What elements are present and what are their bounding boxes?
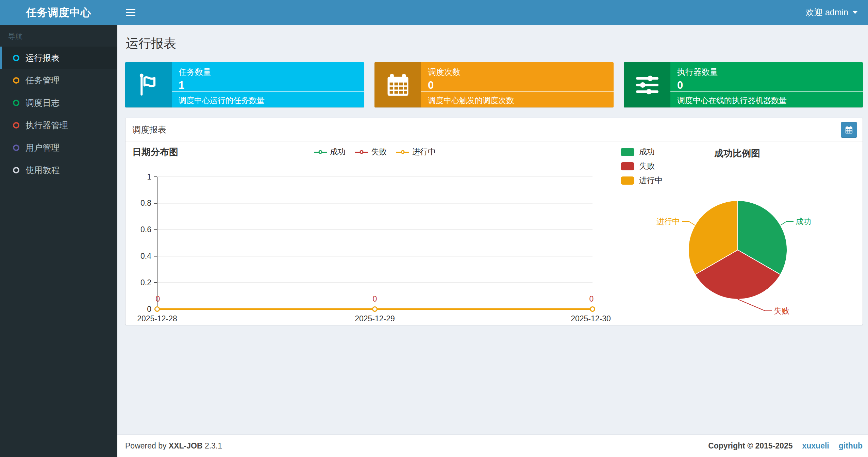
- sidebar-nav-label: 导航: [0, 25, 117, 47]
- point-label: 0: [156, 294, 160, 303]
- legend-label: 失败: [371, 147, 387, 157]
- footer-brand: XXL-JOB: [169, 441, 203, 450]
- x-tick: 2025-12-28: [137, 314, 177, 323]
- line-chart-canvas: 0 0.2 0.4 0.6 0.8 1 2025-12-28 2025-12-2…: [132, 161, 613, 323]
- sliders-icon: [624, 62, 670, 107]
- page-title: 运行报表: [126, 35, 863, 52]
- stat-desc: 调度中心运行的任务数量: [172, 91, 364, 107]
- line-series-icon: [314, 149, 327, 155]
- stat-desc: 调度中心在线的执行器机器数量: [670, 91, 863, 107]
- sidebar-item-job-log[interactable]: 调度日志: [0, 91, 117, 114]
- main-header: 任务调度中心 欢迎 admin: [0, 0, 868, 25]
- calendar-icon: [374, 62, 421, 107]
- footer-powered: Powered by XXL-JOB 2.3.1: [125, 441, 222, 451]
- circle-icon: [13, 167, 19, 173]
- stat-row: 任务数量 1 调度中心运行的任务数量: [125, 62, 863, 107]
- circle-icon: [13, 77, 19, 84]
- stat-value: 1: [179, 79, 357, 91]
- sidebar-toggle-icon[interactable]: [117, 0, 144, 25]
- date-distribution-chart: 日期分布图 成功 失败 进行中: [132, 145, 618, 321]
- sidebar-item-executor-manage[interactable]: 执行器管理: [0, 114, 117, 136]
- sidebar: 导航 运行报表 任务管理 调度日志 执行器管理 用户管理 使用教程: [0, 25, 117, 457]
- sidebar-item-label: 调度日志: [26, 97, 60, 108]
- legend-item-running[interactable]: 进行中: [396, 147, 436, 157]
- sidebar-item-label: 用户管理: [26, 142, 60, 153]
- line-chart-legend: 成功 失败 进行中: [314, 147, 436, 157]
- stat-value: 0: [428, 79, 607, 91]
- sidebar-item-label: 运行报表: [26, 52, 60, 64]
- pie-label-running: 进行中: [656, 217, 680, 226]
- y-tick: 0.6: [140, 225, 151, 234]
- stat-box-executors: 执行器数量 0 调度中心在线的执行器机器数量: [624, 62, 863, 107]
- sidebar-item-label: 任务管理: [26, 75, 60, 86]
- sidebar-item-job-manage[interactable]: 任务管理: [0, 69, 117, 91]
- stat-main: 调度次数 0 调度中心触发的调度次数: [421, 62, 614, 107]
- stat-main: 任务数量 1 调度中心运行的任务数量: [172, 62, 364, 107]
- panel-header: 调度报表: [126, 118, 863, 142]
- line-series-icon: [355, 149, 368, 155]
- sidebar-item-user-manage[interactable]: 用户管理: [0, 136, 117, 159]
- content-area: 运行报表 任务数量 1 调度中心运行的任务数量: [117, 25, 868, 435]
- footer-copyright: Copyright © 2015-2025: [708, 441, 792, 451]
- circle-icon: [13, 145, 19, 151]
- footer-right: Copyright © 2015-2025 xuxueli github: [708, 441, 863, 451]
- sidebar-item-label: 执行器管理: [26, 120, 68, 131]
- point-label: 0: [589, 294, 594, 303]
- footer-version: 2.3.1: [205, 441, 222, 450]
- pie-label-success: 成功: [796, 217, 811, 226]
- y-tick: 0: [147, 305, 151, 314]
- github-link[interactable]: github: [839, 441, 863, 451]
- footer: Powered by XXL-JOB 2.3.1 Copyright © 201…: [117, 435, 868, 457]
- stat-title: 调度次数: [428, 67, 607, 78]
- legend-item-success[interactable]: 成功: [314, 147, 346, 157]
- stat-title: 任务数量: [179, 67, 357, 78]
- circle-icon: [13, 122, 19, 129]
- xuxueli-link[interactable]: xuxueli: [802, 441, 829, 451]
- y-tick: 0.8: [140, 199, 151, 207]
- app-logo[interactable]: 任务调度中心: [0, 0, 117, 25]
- stat-value: 0: [677, 79, 856, 91]
- legend-item-fail[interactable]: 失败: [355, 147, 387, 157]
- pie-chart-canvas: 成功 失败 进行中: [618, 145, 858, 321]
- legend-label: 成功: [330, 147, 346, 157]
- calendar-icon: [845, 125, 853, 134]
- stat-box-jobs: 任务数量 1 调度中心运行的任务数量: [125, 62, 364, 107]
- x-tick: 2025-12-30: [571, 314, 611, 323]
- x-tick: 2025-12-29: [355, 314, 395, 323]
- powered-prefix: Powered by: [125, 441, 166, 450]
- user-menu[interactable]: 欢迎 admin: [796, 0, 868, 25]
- circle-icon: [13, 100, 19, 106]
- report-panel: 调度报表 日期分布图: [125, 118, 863, 325]
- welcome-text: 欢迎 admin: [806, 7, 848, 18]
- pie-label-fail: 失败: [774, 306, 789, 315]
- chevron-down-icon: [852, 11, 858, 14]
- stat-desc: 调度中心触发的调度次数: [421, 91, 614, 107]
- data-point: [155, 307, 160, 311]
- data-point: [373, 307, 377, 311]
- y-tick: 0.4: [140, 252, 151, 260]
- y-tick: 1: [147, 172, 151, 181]
- success-ratio-chart: 成功比例图 成功 失败 进行中: [618, 145, 856, 321]
- legend-label: 进行中: [412, 147, 436, 157]
- stat-main: 执行器数量 0 调度中心在线的执行器机器数量: [670, 62, 863, 107]
- panel-body: 日期分布图 成功 失败 进行中: [126, 142, 863, 325]
- top-navbar: 欢迎 admin: [117, 0, 868, 25]
- date-range-button[interactable]: [841, 122, 857, 138]
- sidebar-item-run-report[interactable]: 运行报表: [0, 47, 117, 69]
- data-point: [590, 307, 595, 311]
- stat-box-triggers: 调度次数 0 调度中心触发的调度次数: [374, 62, 614, 107]
- point-label: 0: [373, 294, 377, 303]
- sidebar-item-tutorial[interactable]: 使用教程: [0, 159, 117, 181]
- y-tick: 0.2: [140, 278, 151, 287]
- sidebar-item-label: 使用教程: [26, 165, 60, 176]
- panel-title: 调度报表: [132, 124, 166, 135]
- line-series-icon: [396, 149, 409, 155]
- flag-icon: [125, 62, 172, 107]
- sidebar-menu: 运行报表 任务管理 调度日志 执行器管理 用户管理 使用教程: [0, 47, 117, 181]
- circle-icon: [13, 55, 19, 61]
- stat-title: 执行器数量: [677, 67, 856, 78]
